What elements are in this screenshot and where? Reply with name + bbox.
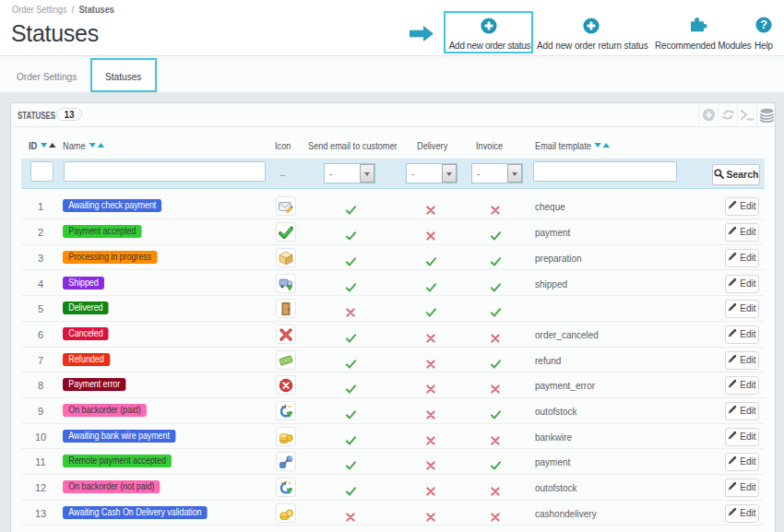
- svg-text:?: ?: [760, 18, 767, 31]
